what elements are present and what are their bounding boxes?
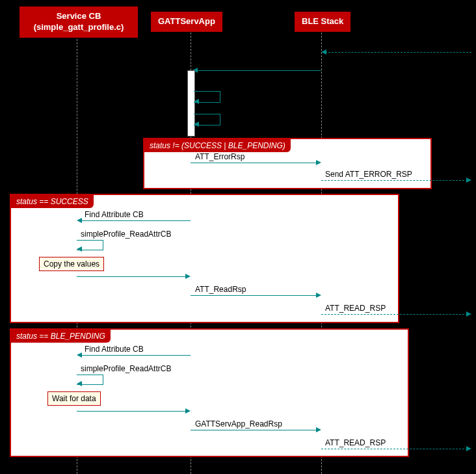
arrow-head-servicecb-to-gattservapp-1 bbox=[185, 274, 191, 279]
note-copy-values: Copy the values bbox=[39, 257, 104, 271]
alt-header-pending: status == BLE_PENDING bbox=[11, 330, 111, 343]
label-att-read-rsp-out-2: ATT_READ_RSP bbox=[325, 438, 386, 447]
participant-service-cb: Service CB (simple_gatt_profile.c) bbox=[20, 7, 138, 38]
arrow-head-gattservapp-read-rsp bbox=[316, 427, 321, 432]
participant-service-cb-line1: Service CB bbox=[57, 11, 101, 21]
label-att-error-rsp: ATT_ErrorRsp bbox=[195, 152, 245, 161]
arrow-send-att-error-rsp bbox=[321, 180, 468, 181]
arrow-head-send-att-error-rsp bbox=[466, 178, 471, 183]
label-att-read-rsp-out-1: ATT_READ_RSP bbox=[325, 304, 386, 313]
arrow-head-readattrcb-2 bbox=[77, 381, 82, 386]
alt-header-error: status != (SUCCESS | BLE_PENDING) bbox=[144, 139, 291, 152]
label-gattservapp-read-rsp: GATTServApp_ReadRsp bbox=[195, 419, 282, 428]
arrow-att-read-rsp-out-1 bbox=[321, 314, 468, 315]
label-att-read-rsp-1: ATT_ReadRsp bbox=[195, 285, 246, 294]
arrow-att-read-rsp-out-2 bbox=[321, 449, 468, 449]
participant-gattservapp: GATTServApp bbox=[151, 12, 222, 32]
participant-service-cb-line2: (simple_gatt_profile.c) bbox=[34, 22, 124, 32]
arrow-blestack-to-gattservapp bbox=[195, 70, 321, 71]
arrow-head-att-error-rsp bbox=[316, 160, 321, 165]
participant-ble-stack: BLE Stack bbox=[295, 12, 350, 32]
arrow-find-attr-cb-2 bbox=[81, 355, 191, 356]
arrow-head-readattrcb-1 bbox=[77, 246, 82, 252]
arrow-find-attr-cb-1 bbox=[81, 220, 191, 221]
note-wait-for-data: Wait for data bbox=[47, 391, 101, 406]
label-read-attr-cb-2: simpleProfile_ReadAttrCB bbox=[81, 364, 171, 373]
arrow-att-read-rsp-1 bbox=[191, 295, 317, 296]
arrow-servicecb-to-gattservapp-1 bbox=[77, 276, 187, 277]
arrow-head-att-read-rsp-out-2 bbox=[466, 446, 471, 451]
arrow-head-self-2 bbox=[194, 122, 199, 127]
arrow-head-att-read-rsp-out-1 bbox=[466, 311, 471, 317]
arrow-head-self-1 bbox=[194, 99, 199, 104]
arrow-gattservapp-read-rsp bbox=[191, 430, 317, 430]
arrow-att-error-rsp bbox=[191, 163, 317, 163]
label-read-attr-cb-1: simpleProfile_ReadAttrCB bbox=[81, 230, 171, 239]
label-send-att-error-rsp: Send ATT_ERROR_RSP bbox=[325, 170, 412, 179]
label-find-attr-cb-2: Find Attribute CB bbox=[85, 345, 144, 354]
arrow-head-external-to-blestack bbox=[321, 49, 326, 55]
arrow-head-find-attr-cb-2 bbox=[77, 352, 82, 358]
alt-header-success: status == SUCCESS bbox=[11, 195, 94, 208]
arrow-head-servicecb-to-gattservapp-2 bbox=[185, 408, 191, 414]
arrow-servicecb-to-gattservapp-2 bbox=[77, 411, 187, 412]
arrow-external-to-blestack bbox=[325, 52, 471, 53]
arrow-head-att-read-rsp-1 bbox=[316, 293, 321, 298]
alt-box-error: status != (SUCCESS | BLE_PENDING) bbox=[143, 138, 432, 189]
arrow-head-find-attr-cb-1 bbox=[77, 218, 82, 223]
label-find-attr-cb-1: Find Attribute CB bbox=[85, 210, 144, 219]
